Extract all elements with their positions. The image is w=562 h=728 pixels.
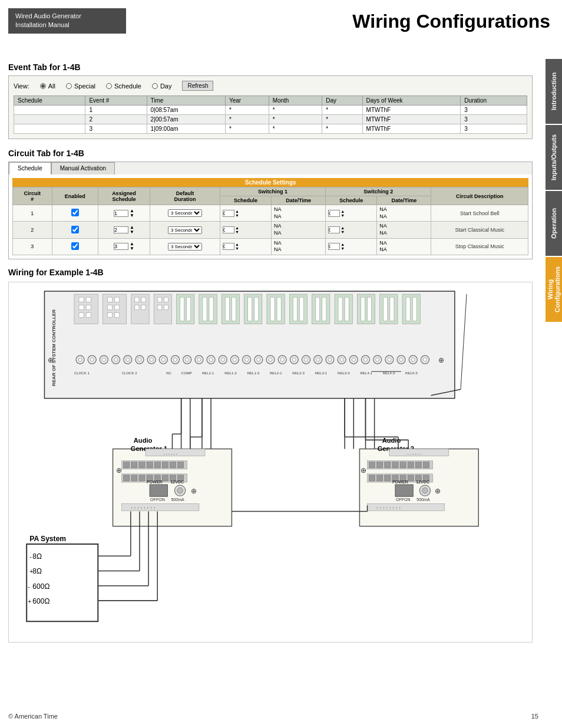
svg-rect-42 — [289, 294, 307, 324]
svg-text:- - - - - -: - - - - - - — [407, 452, 422, 456]
svg-text:⊕: ⊕ — [116, 466, 122, 475]
right-tabs-container: Introduction Inputs/Outputs Operation Wi… — [546, 59, 562, 323]
radio-day-circle[interactable] — [152, 83, 158, 89]
tab-wiring-configurations[interactable]: WiringConfigurations — [546, 257, 562, 322]
svg-rect-18 — [135, 297, 139, 302]
circuit-enabled-checkbox[interactable] — [71, 209, 79, 216]
svg-point-105 — [340, 358, 343, 361]
svg-rect-39 — [267, 294, 285, 324]
page-number: 15 — [531, 713, 538, 720]
duration-select[interactable]: 3 Seconds — [168, 243, 202, 251]
circuit-table: Circuit# Enabled AssignedSchedule Defaul… — [12, 187, 528, 255]
view-day-radio[interactable]: Day — [152, 83, 172, 90]
svg-rect-51 — [357, 294, 375, 324]
svg-text:- - - - - -: - - - - - - — [163, 452, 178, 456]
svg-rect-6 — [79, 305, 84, 309]
circuit-inner: Schedule Settings Circuit# Enabled Assig… — [9, 174, 532, 259]
svg-rect-4 — [79, 297, 84, 302]
col-day: Day — [322, 96, 362, 106]
svg-rect-33 — [222, 294, 239, 324]
tab-inputs-outputs[interactable]: Inputs/Outputs — [546, 125, 562, 190]
svg-point-69 — [126, 358, 130, 361]
svg-point-115 — [399, 358, 403, 361]
svg-text:REAR OF SYSTEM CONTROLLER: REAR OF SYSTEM CONTROLLER — [51, 309, 57, 386]
radio-all-circle[interactable] — [40, 83, 46, 89]
svg-rect-162 — [139, 475, 145, 481]
svg-point-101 — [316, 358, 320, 361]
svg-text:CLOCK 2: CLOCK 2 — [122, 371, 138, 375]
assigned-schedule-input[interactable] — [114, 226, 128, 233]
refresh-button[interactable]: Refresh — [182, 81, 213, 91]
assigned-down-arrow[interactable]: ▼ — [130, 246, 134, 251]
svg-rect-155 — [162, 462, 168, 468]
svg-rect-191 — [415, 462, 421, 468]
circuit-col-duration: DefaultDuration — [150, 187, 220, 205]
circuit-enabled-checkbox[interactable] — [71, 242, 79, 250]
svg-text:⊕: ⊕ — [48, 356, 54, 364]
svg-rect-157 — [178, 462, 184, 468]
svg-text:CLOCK 1: CLOCK 1 — [74, 371, 90, 375]
svg-point-83 — [209, 358, 213, 361]
event-tab-section-title: Event Tab for 1-4B — [8, 62, 533, 72]
circuit-col-desc: Circuit Description — [431, 187, 528, 205]
svg-point-65 — [102, 358, 105, 361]
radio-schedule-circle[interactable] — [106, 83, 112, 89]
svg-rect-189 — [400, 462, 406, 468]
svg-point-113 — [388, 358, 391, 361]
wiring-svg: REAR OF SYSTEM CONTROLLER — [15, 288, 526, 633]
svg-rect-22 — [154, 294, 171, 324]
duration-select[interactable]: 3 Seconds — [168, 226, 202, 234]
assigned-down-arrow[interactable]: ▼ — [130, 230, 134, 235]
svg-rect-41 — [277, 297, 281, 321]
main-content: Event Tab for 1-4B View: All Special Sch… — [8, 53, 538, 643]
svg-point-99 — [305, 358, 308, 361]
circuit-table-row: 2 ▲ ▼ 3 Seconds ▲ ▼ NANA ▲ ▼ NANAStart C… — [13, 222, 528, 238]
svg-text:REL3-3: REL3-3 — [338, 371, 350, 375]
duration-select[interactable]: 3 Seconds — [168, 209, 202, 217]
svg-rect-32 — [209, 297, 213, 321]
svg-point-207 — [422, 487, 428, 493]
svg-text:+: + — [28, 598, 31, 605]
svg-point-95 — [280, 358, 284, 361]
sw2-schedule-input[interactable] — [328, 243, 340, 250]
assigned-schedule-input[interactable] — [114, 210, 128, 217]
view-row: View: All Special Schedule Day Refresh — [14, 81, 527, 91]
svg-text:REL2-3: REL2-3 — [292, 371, 305, 375]
sw1-schedule-input[interactable] — [223, 210, 234, 217]
svg-rect-200 — [408, 475, 414, 481]
sw1-schedule-input[interactable] — [223, 226, 234, 233]
sw2-schedule-input[interactable] — [328, 210, 340, 217]
svg-text:POWER: POWER — [147, 480, 163, 484]
svg-point-91 — [257, 358, 260, 361]
circuit-tab-schedule[interactable]: Schedule — [9, 162, 51, 174]
tab-operation[interactable]: Operation — [546, 191, 562, 256]
view-special-radio[interactable]: Special — [66, 83, 95, 90]
assigned-down-arrow[interactable]: ▼ — [130, 213, 134, 218]
svg-rect-48 — [335, 294, 352, 324]
view-all-radio[interactable]: All — [40, 83, 55, 90]
circuit-enabled-checkbox[interactable] — [71, 226, 79, 233]
assigned-schedule-input[interactable] — [114, 243, 128, 250]
radio-special-circle[interactable] — [66, 83, 72, 89]
view-schedule-radio[interactable]: Schedule — [106, 83, 141, 90]
col-time: Time — [147, 96, 225, 106]
sw2-schedule-input[interactable] — [328, 226, 340, 233]
tab-introduction[interactable]: Introduction — [546, 59, 562, 124]
svg-rect-24 — [164, 297, 168, 302]
svg-rect-168 — [150, 485, 167, 496]
circuit-col-enabled: Enabled — [52, 187, 98, 205]
col-year: Year — [225, 96, 269, 106]
circuit-col-num: Circuit# — [13, 187, 52, 205]
circuit-description: Start School Bell — [431, 205, 528, 222]
svg-rect-151 — [131, 462, 137, 468]
svg-rect-14 — [115, 305, 120, 309]
svg-text:500mA: 500mA — [171, 498, 184, 502]
circuit-table-row: 1 ▲ ▼ 3 Seconds ▲ ▼ NANA ▲ ▼ NANAStart S… — [13, 205, 528, 222]
event-table: Schedule Event # Time Year Month Day Day… — [14, 95, 527, 134]
svg-rect-38 — [254, 297, 259, 321]
svg-rect-11 — [107, 297, 112, 302]
circuit-col-switching2: Switching 2 — [326, 187, 431, 196]
circuit-tab-manual[interactable]: Manual Activation — [51, 162, 115, 174]
sw1-schedule-input[interactable] — [223, 243, 234, 250]
connector-blocks — [74, 294, 420, 324]
